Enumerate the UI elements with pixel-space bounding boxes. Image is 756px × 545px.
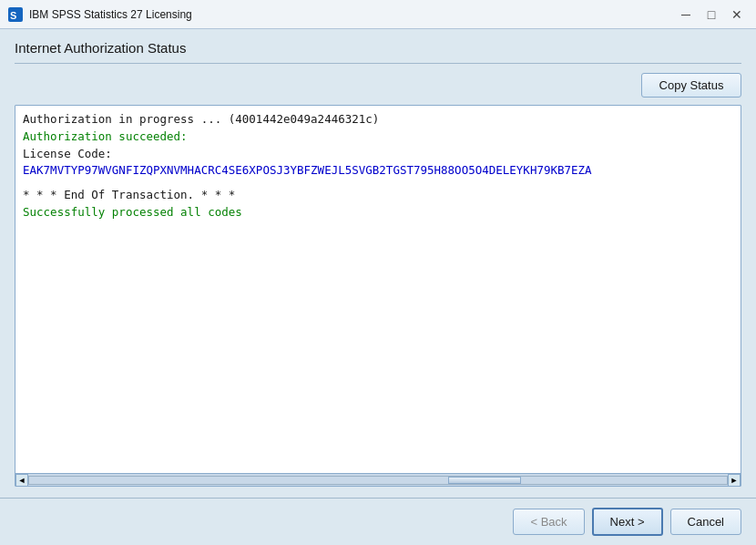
window-controls: ─ □ ✕ [674, 5, 749, 25]
log-content: Authorization in progress ... (4001442e0… [15, 106, 741, 473]
next-button[interactable]: Next > [592, 508, 663, 536]
scroll-left-arrow[interactable]: ◄ [15, 474, 28, 487]
copy-status-button[interactable]: Copy Status [641, 73, 741, 98]
window-title: IBM SPSS Statistics 27 Licensing [29, 8, 674, 21]
log-line: License Code: [23, 146, 733, 163]
log-line: Authorization succeeded: [23, 129, 733, 146]
maximize-button[interactable]: □ [700, 5, 723, 25]
cancel-button[interactable]: Cancel [670, 509, 741, 535]
section-title: Internet Authorization Status [15, 40, 741, 56]
log-line: * * * End Of Transaction. * * * [23, 187, 733, 204]
scrollbar-track[interactable] [28, 476, 728, 485]
log-container: Authorization in progress ... (4001442e0… [15, 105, 741, 487]
log-line-empty [23, 180, 733, 187]
log-scrollbar[interactable]: ◄ ► [15, 473, 741, 486]
action-row: Copy Status [15, 73, 741, 98]
minimize-button[interactable]: ─ [674, 5, 698, 25]
divider [15, 63, 741, 64]
app-icon: S [7, 6, 24, 23]
title-bar: S IBM SPSS Statistics 27 Licensing ─ □ ✕ [0, 0, 756, 29]
log-line-license: EAK7MVTYP97WVGNFIZQPXNVMHACRC4SE6XPOSJ3Y… [23, 162, 733, 180]
scrollbar-thumb[interactable] [448, 477, 521, 484]
log-line: Authorization in progress ... (4001442e0… [23, 111, 733, 129]
scroll-right-arrow[interactable]: ► [728, 474, 741, 487]
back-button[interactable]: < Back [513, 509, 584, 535]
close-button[interactable]: ✕ [725, 5, 749, 25]
log-line-success: Successfully processed all codes [23, 204, 733, 221]
window-content: Internet Authorization Status Copy Statu… [0, 29, 756, 498]
button-bar: < Back Next > Cancel [0, 498, 756, 545]
svg-text:S: S [10, 10, 16, 21]
